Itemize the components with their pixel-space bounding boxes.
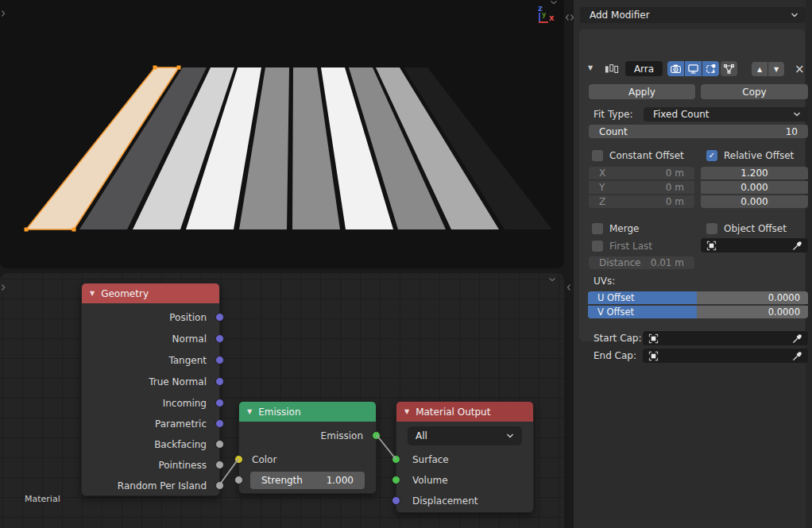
relative-offset-y-field[interactable]: 0.000 [701, 181, 808, 194]
node-material-output[interactable]: ▼ Material Output All Surface Volume Dis… [396, 401, 534, 513]
input-surface: Surface [412, 452, 449, 468]
socket-tangent[interactable] [215, 356, 224, 364]
output-pointiness: Pointiness [158, 457, 207, 473]
region-toggle-icon[interactable] [548, 273, 556, 284]
collapse-arrow-icon[interactable]: ▼ [247, 408, 252, 415]
add-modifier-dropdown[interactable]: Add Modifier [580, 7, 806, 23]
constant-offset-y-field[interactable]: Y 0 m [589, 181, 694, 194]
socket-surface-in[interactable] [392, 455, 400, 464]
axis-gizmo[interactable]: z y x [532, 4, 558, 29]
relative-y-value: 0.000 [740, 182, 768, 193]
chevron-down-icon [791, 13, 798, 17]
move-modifier-up-button[interactable]: ▲ [752, 62, 768, 76]
eyedropper-icon[interactable] [792, 351, 802, 361]
apply-button[interactable]: Apply [589, 84, 695, 99]
eyedropper-icon[interactable] [792, 241, 802, 251]
mesh-data-icon [706, 241, 717, 251]
output-target-dropdown[interactable]: All [408, 426, 522, 445]
merge-distance-field[interactable]: Distance 0.01 m [589, 256, 694, 269]
render-visibility-toggle[interactable] [667, 61, 684, 76]
socket-parametric[interactable] [215, 419, 224, 428]
copy-label: Copy [742, 87, 766, 98]
camera-icon [670, 63, 682, 75]
collapse-arrow-icon[interactable]: ▼ [90, 290, 95, 297]
move-up-icon: ▲ [757, 66, 762, 73]
node-title: Emission [258, 407, 300, 418]
socket-random-per-island[interactable] [215, 481, 224, 490]
blender-window: z y x ▼ Geometry Position Nor [0, 0, 812, 528]
vertex-marker [153, 66, 157, 70]
vertex-marker [25, 228, 29, 232]
u-offset-label: U Offset [597, 291, 635, 304]
fit-type-label: Fit Type: [594, 109, 633, 121]
axis-value: 0 m [666, 168, 684, 179]
modifier-name-field[interactable]: Arra [625, 61, 663, 76]
socket-pointiness[interactable] [215, 461, 224, 469]
distance-value: 0.01 m [651, 257, 684, 268]
chevron-down-icon [506, 434, 514, 438]
relative-offset-label: Relative Offset [724, 150, 794, 162]
array-preview [0, 0, 564, 268]
oncage-icon [723, 63, 735, 75]
socket-emission-out[interactable] [372, 431, 381, 440]
socket-true-normal[interactable] [215, 377, 224, 386]
relative-offset-z-field[interactable]: 0.000 [701, 195, 808, 208]
add-modifier-label: Add Modifier [587, 10, 650, 21]
fit-type-dropdown[interactable]: Fixed Count [644, 107, 808, 121]
relative-offset-x-field[interactable]: 1.200 [701, 167, 808, 179]
socket-volume-in[interactable] [392, 476, 400, 484]
socket-position[interactable] [215, 313, 224, 322]
node-title: Material Output [416, 407, 490, 418]
array-modifier-icon [605, 63, 619, 77]
collapse-arrow-icon[interactable]: ▼ [404, 408, 409, 415]
close-icon[interactable]: × [795, 62, 805, 76]
object-offset-checkbox[interactable] [706, 223, 717, 234]
oncage-visibility-toggle[interactable] [721, 61, 737, 76]
end-cap-field[interactable] [643, 349, 808, 363]
node-emission[interactable]: ▼ Emission Emission Color Strength 1.000 [238, 401, 377, 494]
v-offset-slider[interactable]: V Offset 0.0000 [588, 306, 808, 318]
region-toggle-icon[interactable] [1, 283, 6, 294]
move-modifier-down-button[interactable]: ▼ [768, 62, 784, 76]
start-cap-field[interactable] [643, 331, 808, 345]
socket-normal[interactable] [215, 334, 224, 343]
count-field[interactable]: Count 10 [589, 125, 808, 138]
merge-checkbox[interactable] [592, 223, 603, 234]
axis-value: 0 m [666, 182, 684, 193]
vertex-marker [72, 228, 76, 232]
viewport-3d[interactable]: z y x [0, 0, 564, 268]
first-last-label: First Last [609, 241, 652, 252]
u-offset-slider[interactable]: U Offset 0.0000 [588, 291, 808, 304]
modifier-properties-panel: Add Modifier ▼ Arra [574, 0, 812, 528]
v-offset-label: V Offset [597, 306, 634, 318]
start-cap-label: Start Cap: [594, 333, 642, 345]
strength-label: Strength [261, 475, 303, 486]
strength-field[interactable]: Strength 1.000 [250, 472, 365, 489]
first-last-checkbox[interactable] [592, 241, 603, 252]
shader-node-editor[interactable]: ▼ Geometry Position Normal Tangent True … [0, 273, 564, 528]
realtime-visibility-toggle[interactable] [685, 61, 702, 76]
region-toggle-icon[interactable] [566, 283, 571, 294]
node-material-output-header[interactable]: ▼ Material Output [396, 402, 533, 422]
socket-color-in[interactable] [234, 455, 243, 464]
node-emission-header[interactable]: ▼ Emission [239, 402, 376, 422]
constant-offset-z-field[interactable]: Z 0 m [589, 195, 694, 208]
vertex-marker [177, 66, 181, 70]
socket-backfacing[interactable] [215, 440, 224, 449]
panel-expand-icon[interactable]: ▼ [588, 64, 593, 71]
socket-incoming[interactable] [215, 399, 224, 407]
offset-object-field[interactable] [701, 238, 808, 252]
node-geometry[interactable]: ▼ Geometry Position Normal Tangent True … [81, 283, 220, 496]
constant-offset-checkbox[interactable] [592, 150, 603, 161]
socket-strength-in[interactable] [234, 476, 243, 484]
node-geometry-header[interactable]: ▼ Geometry [82, 283, 219, 303]
output-target-value: All [416, 430, 427, 441]
eyedropper-icon[interactable] [792, 333, 802, 344]
copy-button[interactable]: Copy [701, 84, 808, 99]
constant-offset-x-field[interactable]: X 0 m [589, 167, 694, 179]
relative-z-value: 0.000 [740, 196, 768, 207]
constant-offset-label: Constant Offset [609, 150, 684, 162]
editmode-visibility-toggle[interactable] [702, 61, 719, 76]
socket-displacement-in[interactable] [392, 496, 400, 505]
relative-offset-checkbox[interactable]: ✓ [706, 150, 717, 161]
